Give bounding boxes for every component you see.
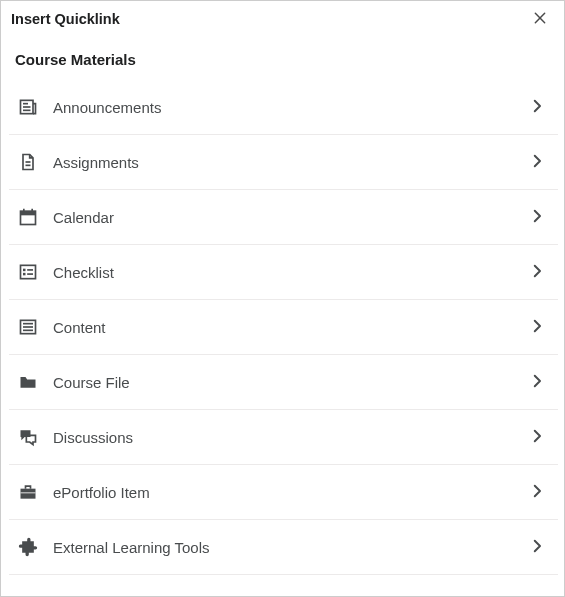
- item-label: Content: [53, 319, 528, 336]
- dialog-title: Insert Quicklink: [11, 11, 120, 27]
- item-label: ePortfolio Item: [53, 484, 528, 501]
- discussions-icon: [17, 426, 39, 448]
- chevron-right-icon: [528, 427, 548, 447]
- item-course-file[interactable]: Course File: [9, 355, 558, 410]
- item-announcements[interactable]: Announcements: [9, 80, 558, 135]
- chevron-right-icon: [528, 152, 548, 172]
- calendar-icon: [17, 206, 39, 228]
- chevron-right-icon: [528, 537, 548, 557]
- puzzle-icon: [17, 536, 39, 558]
- chevron-right-icon: [528, 372, 548, 392]
- chevron-right-icon: [528, 262, 548, 282]
- quicklink-list: Announcements Assignments Calendar Check…: [9, 80, 558, 596]
- dialog-header: Insert Quicklink: [1, 1, 564, 37]
- item-external-tools[interactable]: External Learning Tools: [9, 520, 558, 575]
- item-discussions[interactable]: Discussions: [9, 410, 558, 465]
- item-label: Discussions: [53, 429, 528, 446]
- close-icon: [532, 10, 548, 29]
- item-label: Checklist: [53, 264, 528, 281]
- content-icon: [17, 316, 39, 338]
- item-label: External Learning Tools: [53, 539, 528, 556]
- checklist-icon: [17, 261, 39, 283]
- folder-icon: [17, 371, 39, 393]
- item-label: Course File: [53, 374, 528, 391]
- chevron-right-icon: [528, 482, 548, 502]
- insert-quicklink-dialog: Insert Quicklink Course Materials Announ…: [0, 0, 565, 597]
- assignments-icon: [17, 151, 39, 173]
- chevron-right-icon: [528, 317, 548, 337]
- item-eportfolio[interactable]: ePortfolio Item: [9, 465, 558, 520]
- item-label: Announcements: [53, 99, 528, 116]
- chevron-right-icon: [528, 97, 548, 117]
- item-content[interactable]: Content: [9, 300, 558, 355]
- item-assignments[interactable]: Assignments: [9, 135, 558, 190]
- chevron-right-icon: [528, 207, 548, 227]
- item-label: Calendar: [53, 209, 528, 226]
- close-button[interactable]: [526, 5, 554, 33]
- briefcase-icon: [17, 481, 39, 503]
- item-calendar[interactable]: Calendar: [9, 190, 558, 245]
- item-checklist[interactable]: Checklist: [9, 245, 558, 300]
- announcements-icon: [17, 96, 39, 118]
- item-label: Assignments: [53, 154, 528, 171]
- dialog-body[interactable]: Course Materials Announcements Assignmen…: [1, 37, 564, 596]
- section-title: Course Materials: [9, 37, 558, 74]
